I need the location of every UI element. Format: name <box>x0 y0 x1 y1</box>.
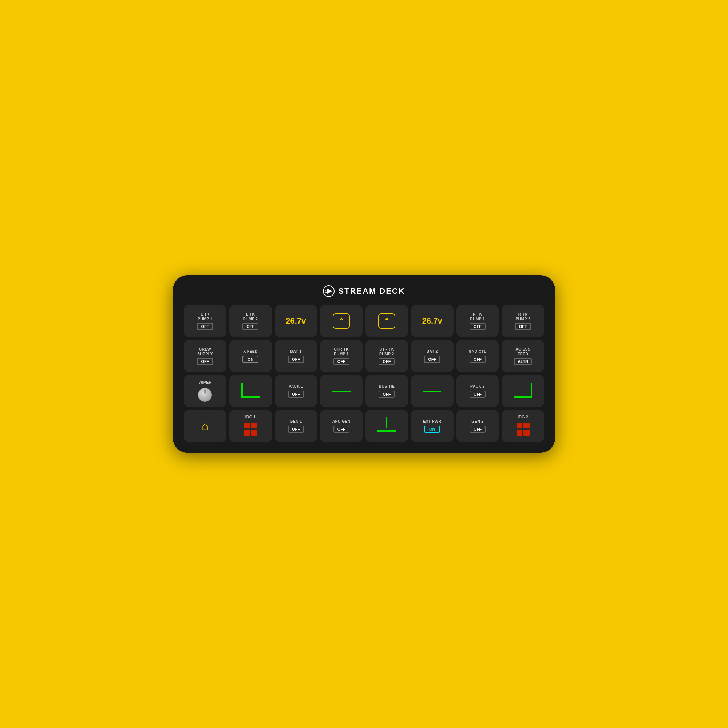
idg2-grid-icon <box>517 423 530 436</box>
deck-header: STREAM DECK <box>184 285 544 297</box>
btn-crew-supply[interactable]: CREWSUPPLY OFF <box>184 340 226 372</box>
wiper-knob-icon <box>198 388 212 402</box>
home-icon: ⌂ <box>202 419 209 433</box>
btn-wiper[interactable]: WIPER <box>184 375 226 407</box>
btn-home[interactable]: ⌂ <box>184 410 226 442</box>
btn-apu-gen[interactable]: APU GEN OFF <box>320 410 362 442</box>
green-l-shape-right-icon <box>514 383 532 398</box>
green-line-1-icon <box>332 391 350 392</box>
btn-voltage-l[interactable]: 26.7v <box>275 305 317 337</box>
button-grid: L TKPUMP 1 OFF L TKPUMP 2 OFF 26.7v ⌃ ⌃ … <box>184 305 544 442</box>
btn-l-tk-pump2[interactable]: L TKPUMP 2 OFF <box>229 305 272 337</box>
svg-point-2 <box>325 290 327 292</box>
green-l-shape-left-icon <box>241 383 260 398</box>
btn-green-line-2[interactable] <box>411 375 454 407</box>
btn-green-l-left[interactable] <box>229 375 272 407</box>
btn-green-t[interactable] <box>366 410 408 442</box>
btn-idg2[interactable]: IDG 2 <box>502 410 544 442</box>
btn-l-tk-pump1[interactable]: L TKPUMP 1 OFF <box>184 305 226 337</box>
btn-bus-tie[interactable]: BUS TIE OFF <box>366 375 408 407</box>
green-line-2-icon <box>423 391 441 392</box>
btn-pack2[interactable]: PACK 2 OFF <box>456 375 499 407</box>
btn-gnd-ctl[interactable]: GND CTL OFF <box>456 340 499 372</box>
btn-voltage-r[interactable]: 26.7v <box>411 305 454 337</box>
btn-ac-ess-feed[interactable]: AC ESSFEED ALTN <box>502 340 544 372</box>
btn-ctr-tk-pump1[interactable]: CTR TKPUMP 1 OFF <box>320 340 362 372</box>
btn-pack1[interactable]: PACK 1 OFF <box>275 375 317 407</box>
btn-arrow-up-2[interactable]: ⌃ <box>366 305 408 337</box>
btn-green-line-1[interactable] <box>320 375 362 407</box>
btn-x-feed[interactable]: X FEED ON <box>229 340 272 372</box>
btn-r-tk-pump1[interactable]: R TKPUMP 1 OFF <box>456 305 499 337</box>
btn-ctr-tk-pump2[interactable]: CTR TKPUMP 2 OFF <box>366 340 408 372</box>
btn-bat2[interactable]: BAT 2 OFF <box>411 340 454 372</box>
green-t-shape-icon <box>377 417 396 434</box>
svg-marker-1 <box>327 289 332 294</box>
btn-gen2[interactable]: GEN 2 OFF <box>456 410 499 442</box>
btn-idg1[interactable]: IDG 1 <box>229 410 272 442</box>
btn-green-l-right[interactable] <box>502 375 544 407</box>
btn-bat1[interactable]: BAT 1 OFF <box>275 340 317 372</box>
stream-deck-panel: STREAM DECK L TKPUMP 1 OFF L TKPUMP 2 OF… <box>173 275 555 453</box>
btn-ext-pwr[interactable]: EXT PWR ON <box>411 410 454 442</box>
btn-gen1[interactable]: GEN 1 OFF <box>275 410 317 442</box>
idg1-grid-icon <box>244 423 257 436</box>
btn-r-tk-pump2[interactable]: R TKPUMP 2 OFF <box>502 305 544 337</box>
deck-logo-icon <box>323 285 335 297</box>
deck-title: STREAM DECK <box>338 286 405 296</box>
btn-arrow-up-1[interactable]: ⌃ <box>320 305 362 337</box>
